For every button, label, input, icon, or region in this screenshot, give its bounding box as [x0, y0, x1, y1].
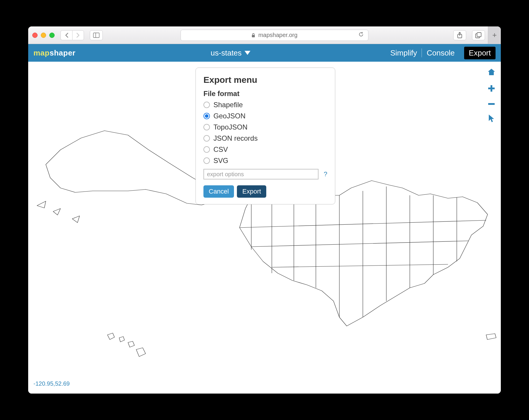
svg-rect-2: [252, 35, 255, 37]
address-bar[interactable]: mapshaper.org: [181, 30, 368, 41]
new-tab-button[interactable]: +: [488, 26, 501, 44]
url-text: mapshaper.org: [258, 32, 297, 38]
back-button[interactable]: [60, 30, 72, 40]
radio-icon: [203, 146, 210, 153]
format-label: TopoJSON: [213, 123, 247, 131]
radio-icon: [203, 102, 210, 108]
format-label: SVG: [213, 157, 228, 165]
format-label: Shapefile: [213, 101, 243, 109]
format-option-shapefile[interactable]: Shapefile: [203, 101, 327, 109]
radio-icon: [203, 113, 210, 119]
mouse-coordinates: -120.95,52.69: [33, 380, 70, 387]
format-label: CSV: [213, 145, 228, 154]
svg-rect-9: [488, 103, 495, 105]
pointer-icon[interactable]: [488, 114, 495, 124]
sidebar-toggle-button[interactable]: [90, 30, 103, 40]
zoom-out-icon[interactable]: [488, 101, 495, 106]
help-icon[interactable]: ?: [324, 170, 327, 178]
map-canvas[interactable]: -120.95,52.69 Export menu File format Sh…: [28, 62, 501, 394]
format-heading: File format: [203, 90, 327, 98]
fullscreen-icon[interactable]: [49, 33, 55, 38]
logo-map-text: map: [33, 48, 50, 57]
console-link[interactable]: Console: [422, 48, 459, 58]
radio-icon: [203, 157, 210, 164]
logo-shaper-text: shaper: [50, 48, 75, 57]
minimize-icon[interactable]: [41, 33, 46, 38]
app-logo[interactable]: mapshaper: [33, 48, 75, 58]
export-modal: Export menu File format Shapefile GeoJSO…: [196, 68, 335, 204]
window-controls: [32, 33, 55, 38]
format-option-svg[interactable]: SVG: [203, 157, 327, 165]
svg-rect-8: [488, 88, 495, 89]
close-icon[interactable]: [32, 33, 38, 38]
cancel-button[interactable]: Cancel: [203, 185, 234, 198]
format-option-json-records[interactable]: JSON records: [203, 134, 327, 142]
zoom-in-icon[interactable]: [488, 85, 495, 93]
svg-rect-0: [93, 33, 99, 38]
modal-actions: Cancel Export: [203, 185, 327, 198]
lock-icon: [251, 33, 255, 38]
svg-rect-6: [477, 33, 481, 37]
browser-chrome: mapshaper.org +: [28, 26, 501, 44]
tabs-button[interactable]: [472, 30, 485, 40]
forward-button[interactable]: [72, 30, 84, 40]
format-option-geojson[interactable]: GeoJSON: [203, 112, 327, 120]
simplify-link[interactable]: Simplify: [385, 48, 422, 58]
chrome-right-controls: +: [450, 26, 497, 44]
header-right: Simplify Console Export: [385, 47, 496, 59]
export-options-input[interactable]: [203, 169, 319, 179]
nav-buttons: [60, 30, 84, 40]
export-button[interactable]: Export: [464, 47, 496, 59]
share-button[interactable]: [453, 30, 466, 40]
format-label: JSON records: [213, 134, 258, 142]
browser-window: mapshaper.org + mapshaper us-states Simp…: [28, 26, 501, 394]
options-row: ?: [203, 169, 327, 179]
layer-name: us-states: [211, 48, 242, 58]
home-icon[interactable]: [487, 68, 496, 77]
layer-picker[interactable]: us-states: [211, 48, 251, 58]
tool-column: [487, 68, 496, 124]
modal-export-button[interactable]: Export: [237, 185, 266, 198]
format-option-topojson[interactable]: TopoJSON: [203, 123, 327, 131]
reload-icon[interactable]: [358, 31, 364, 39]
radio-icon: [203, 124, 210, 130]
app-header: mapshaper us-states Simplify Console Exp…: [28, 44, 501, 62]
radio-icon: [203, 135, 210, 142]
modal-title: Export menu: [203, 75, 327, 85]
dropdown-icon: [245, 51, 250, 55]
format-option-csv[interactable]: CSV: [203, 145, 327, 154]
format-label: GeoJSON: [213, 112, 245, 120]
